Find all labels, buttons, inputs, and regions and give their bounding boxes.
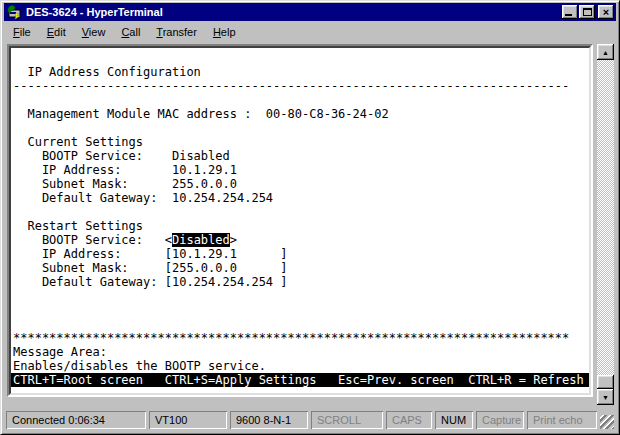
close-button[interactable]: × <box>598 5 614 19</box>
maximize-icon <box>583 8 592 16</box>
status-connected: Connected 0:06:34 <box>6 411 146 429</box>
scroll-up-button[interactable]: ▲ <box>597 44 614 60</box>
arrow-down-icon: ▼ <box>602 394 609 401</box>
menu-item-transfer[interactable]: Transfer <box>148 24 205 40</box>
terminal-line <box>13 121 587 135</box>
menu-item-view[interactable]: View <box>74 24 114 40</box>
terminal-line <box>13 317 587 331</box>
terminal-screen[interactable]: IP Address Configuration ---------------… <box>9 46 591 395</box>
status-baud-settings: 9600 8-N-1 <box>230 411 308 429</box>
function-key-bar: CTRL+T=Root screen CTRL+S=Apply Settings… <box>11 373 589 387</box>
bootp-service-selected-field[interactable]: Disabled <box>172 233 230 247</box>
terminal-line-restart-bootp: BOOTP Service: <Disabled> <box>13 233 587 247</box>
field-prefix: BOOTP Service: < <box>13 233 172 247</box>
terminal-line-current-ip: IP Address: 10.1.29.1 <box>13 163 587 177</box>
terminal-line-current-settings-header: Current Settings <box>13 135 587 149</box>
terminal-line-restart-ip-field[interactable]: IP Address: [10.1.29.1 ] <box>13 247 587 261</box>
status-capture: Capture <box>476 411 524 429</box>
terminal-line <box>13 289 587 303</box>
close-icon: × <box>603 7 609 17</box>
terminal-line-restart-subnet-field[interactable]: Subnet Mask: [255.0.0.0 ] <box>13 261 587 275</box>
status-bar: Connected 0:06:34 VT100 9600 8-N-1 SCROL… <box>4 407 616 431</box>
status-emulation: VT100 <box>149 411 227 429</box>
terminal-line-current-subnet: Subnet Mask: 255.0.0.0 <box>13 177 587 191</box>
terminal-line-asterisk-separator: ****************************************… <box>13 331 587 345</box>
terminal-line <box>13 93 587 107</box>
resize-grip[interactable] <box>600 415 614 429</box>
arrow-up-icon: ▲ <box>602 49 609 56</box>
hyperterminal-icon[interactable] <box>6 4 22 20</box>
status-num-lock: NUM <box>435 411 473 429</box>
title-bar[interactable]: DES-3624 - HyperTerminal × <box>4 3 616 21</box>
maximize-button[interactable] <box>579 5 595 19</box>
hyperterminal-window: DES-3624 - HyperTerminal × File Edit Vie… <box>0 0 620 435</box>
terminal-line-message-text: Enables/disables the BOOTP service. <box>13 359 587 373</box>
terminal-line <box>13 51 587 65</box>
menu-item-file[interactable]: File <box>5 24 39 40</box>
terminal-line-restart-gateway-field[interactable]: Default Gateway: [10.254.254.254 ] <box>13 275 587 289</box>
terminal-line-restart-settings-header: Restart Settings <box>13 219 587 233</box>
status-caps-lock: CAPS <box>386 411 432 429</box>
terminal-line <box>13 303 587 317</box>
terminal-line-current-bootp: BOOTP Service: Disabled <box>13 149 587 163</box>
terminal-line-message-area-label: Message Area: <box>13 345 587 359</box>
status-print-echo: Print echo <box>527 411 597 429</box>
terminal-view: IP Address Configuration ---------------… <box>7 44 593 397</box>
minimize-icon <box>565 14 572 16</box>
terminal-line-title: IP Address Configuration <box>13 65 587 79</box>
scroll-down-button[interactable]: ▼ <box>597 389 614 405</box>
minimize-button[interactable] <box>562 5 578 19</box>
terminal-line <box>13 205 587 219</box>
terminal-line-separator: ----------------------------------------… <box>13 79 587 93</box>
scrollbar-track[interactable] <box>597 60 614 389</box>
menu-item-help[interactable]: Help <box>205 24 244 40</box>
menu-bar: File Edit View Call Transfer Help <box>4 21 616 42</box>
client-area: IP Address Configuration ---------------… <box>4 42 616 407</box>
terminal-line-mac-address: Management Module MAC address : 00-80-C8… <box>13 107 587 121</box>
vertical-scrollbar[interactable]: ▲ ▼ <box>597 44 614 405</box>
status-scroll-lock: SCROLL <box>311 411 383 429</box>
menu-item-call[interactable]: Call <box>113 24 148 40</box>
terminal-line-current-gateway: Default Gateway: 10.254.254.254 <box>13 191 587 205</box>
field-suffix: > <box>230 233 237 247</box>
menu-item-edit[interactable]: Edit <box>39 24 74 40</box>
scrollbar-thumb[interactable] <box>597 375 614 389</box>
window-title: DES-3624 - HyperTerminal <box>26 6 561 18</box>
